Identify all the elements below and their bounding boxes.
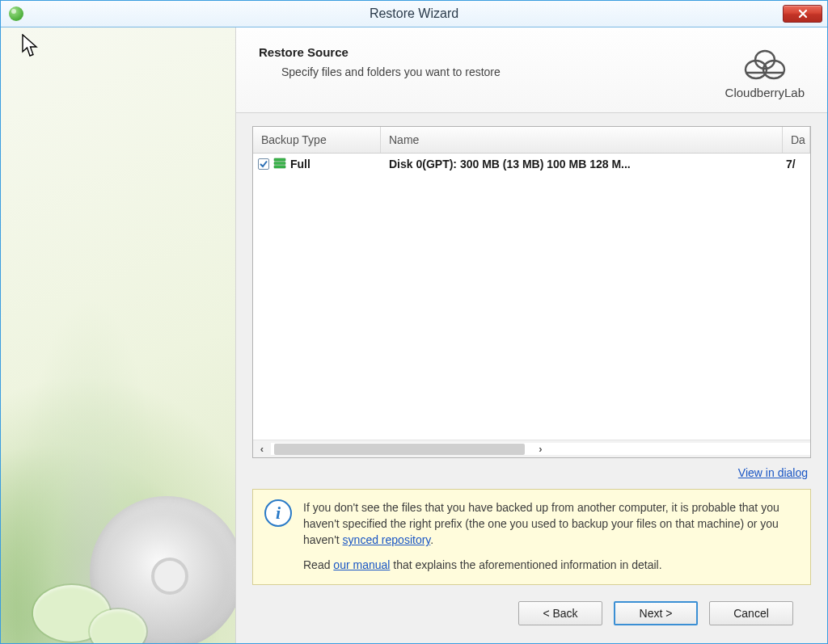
footer: < Back Next > Cancel bbox=[252, 585, 811, 643]
info-line1b: . bbox=[430, 533, 433, 546]
view-link-row: View in dialog bbox=[252, 458, 811, 489]
row-name: Disk 0(GPT): 300 MB (13 MB) 100 MB 128 M… bbox=[381, 158, 783, 170]
horizontal-scrollbar[interactable]: ‹ › bbox=[253, 440, 810, 457]
col-name[interactable]: Name bbox=[381, 127, 783, 153]
page-title: Restore Source bbox=[259, 45, 725, 59]
row-checkbox[interactable] bbox=[258, 158, 269, 170]
info-line2a: Read bbox=[303, 558, 333, 571]
view-in-dialog-link[interactable]: View in dialog bbox=[738, 466, 808, 479]
wizard-window: Restore Wizard Restore Source Specify fi… bbox=[0, 0, 828, 644]
row-date: 7/ bbox=[783, 158, 810, 170]
main-area: Backup Type Name Da bbox=[236, 113, 827, 643]
next-button[interactable]: Next > bbox=[614, 601, 698, 625]
brand-label: CloudberryLab bbox=[725, 86, 805, 99]
info-text: If you don't see the files that you have… bbox=[303, 499, 799, 573]
row-type: Full bbox=[290, 158, 310, 170]
synced-repository-link[interactable]: synced repository bbox=[343, 533, 431, 546]
close-icon bbox=[797, 8, 809, 19]
backup-list: Backup Type Name Da bbox=[252, 126, 811, 458]
svg-rect-5 bbox=[274, 166, 285, 168]
page-header: Restore Source Specify files and folders… bbox=[236, 27, 827, 113]
info-icon: i bbox=[264, 499, 292, 527]
svg-rect-3 bbox=[274, 158, 285, 161]
back-button[interactable]: < Back bbox=[518, 601, 602, 625]
wizard-right: Restore Source Specify files and folders… bbox=[236, 27, 827, 643]
disk-stack-icon bbox=[272, 157, 287, 171]
table-row[interactable]: Full Disk 0(GPT): 300 MB (13 MB) 100 MB … bbox=[253, 154, 810, 175]
check-icon bbox=[259, 159, 268, 169]
scroll-left-icon[interactable]: ‹ bbox=[253, 443, 271, 455]
close-button[interactable] bbox=[783, 5, 822, 23]
info-panel: i If you don't see the files that you ha… bbox=[252, 489, 811, 585]
column-headers: Backup Type Name Da bbox=[253, 127, 810, 154]
cloud-logo-icon bbox=[738, 45, 792, 82]
our-manual-link[interactable]: our manual bbox=[333, 558, 390, 571]
info-line2b: that explains the aforementioned informa… bbox=[390, 558, 661, 571]
scroll-thumb[interactable] bbox=[274, 444, 525, 455]
brand: CloudberryLab bbox=[725, 45, 805, 99]
svg-rect-4 bbox=[274, 162, 285, 164]
wizard-sidebar bbox=[1, 27, 236, 643]
col-date[interactable]: Da bbox=[783, 127, 810, 153]
page-subtitle: Specify files and folders you want to re… bbox=[281, 65, 725, 78]
window-title: Restore Wizard bbox=[370, 6, 458, 21]
titlebar: Restore Wizard bbox=[1, 1, 827, 27]
body: Restore Source Specify files and folders… bbox=[1, 27, 827, 643]
app-icon bbox=[9, 6, 23, 21]
col-backup-type[interactable]: Backup Type bbox=[253, 127, 381, 153]
rows: Full Disk 0(GPT): 300 MB (13 MB) 100 MB … bbox=[253, 154, 810, 440]
cancel-button[interactable]: Cancel bbox=[709, 601, 793, 625]
